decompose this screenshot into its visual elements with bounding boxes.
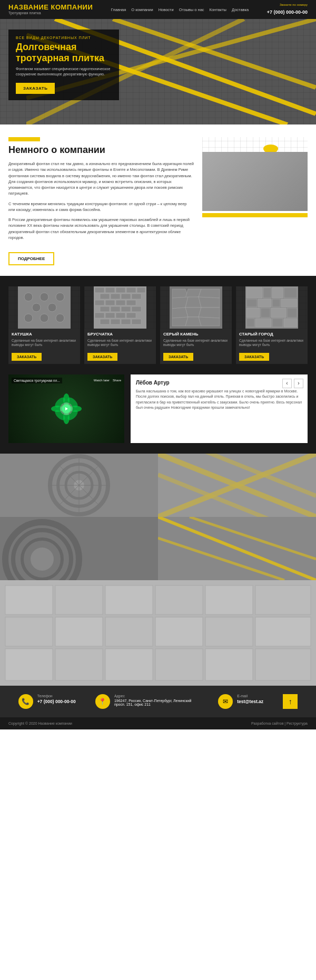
review-navigation: ‹ › <box>282 379 303 388</box>
svg-rect-84 <box>272 319 283 327</box>
email-icon: ✉ <box>218 694 233 709</box>
svg-rect-134 <box>255 617 311 646</box>
nav-contacts[interactable]: Контакты <box>210 7 226 12</box>
phone-icon: 📞 <box>18 694 33 709</box>
product-image-2 <box>84 286 156 329</box>
svg-point-25 <box>32 303 41 312</box>
svg-rect-80 <box>271 308 286 318</box>
about-image <box>202 137 308 217</box>
about-section: Немного о компании Декоративный фонтан с… <box>0 124 316 276</box>
svg-rect-126 <box>155 585 203 614</box>
footer-address-value: 196247, Россия, Санкт-Петербург, Ленинск… <box>114 699 199 706</box>
product-image-4 <box>236 286 308 329</box>
main-nav: Главная О компании Новости Отзывы о нас … <box>111 7 249 12</box>
svg-marker-59 <box>199 289 220 298</box>
product-name-1: КАТУШКА <box>12 332 77 337</box>
share-btn[interactable]: Share <box>113 379 121 382</box>
product-desc-2: Сделанные на базе интернет-аналитики выв… <box>87 339 153 348</box>
svg-rect-129 <box>5 617 53 646</box>
logo-name: НАЗВАНИЕ КОМПАНИИ <box>8 4 93 11</box>
review-text: Была наслышана о том, как все красиво ук… <box>136 389 302 411</box>
video-play-button[interactable] <box>60 402 73 415</box>
product-order-btn-4[interactable]: ЗАКАЗАТЬ <box>239 353 269 361</box>
svg-point-22 <box>24 293 33 301</box>
about-para-2: С течением времени менялись традиции кон… <box>8 201 194 213</box>
footer-email-contact: ✉ E-mail test@test.az <box>218 694 263 709</box>
product-order-btn-2[interactable]: ЗАКАЗАТЬ <box>87 353 117 361</box>
svg-rect-40 <box>95 300 104 305</box>
phone-label: Звоните по номеру <box>267 3 308 6</box>
svg-rect-130 <box>55 617 103 646</box>
svg-rect-124 <box>55 585 103 614</box>
products-grid: КАТУШКА Сделанные на базе интернет-анали… <box>8 286 308 364</box>
hero-description: Фонтаном называют специфическое гидротех… <box>16 66 112 77</box>
product-name-4: СТАРЫЙ ГОРОД <box>239 332 304 337</box>
svg-rect-135 <box>5 649 53 680</box>
svg-marker-62 <box>199 297 220 308</box>
svg-rect-20 <box>271 173 276 185</box>
svg-rect-81 <box>287 308 297 318</box>
svg-rect-139 <box>205 649 253 680</box>
product-card-4: СТАРЫЙ ГОРОД Сделанные на базе интернет-… <box>236 286 308 364</box>
svg-rect-133 <box>205 617 253 646</box>
svg-rect-77 <box>281 299 297 307</box>
about-para-3: В России декоративные фонтаны появились … <box>8 217 194 241</box>
svg-rect-42 <box>116 300 125 305</box>
product-name-3: СЕРЫЙ КАМЕНЬ <box>163 332 229 337</box>
svg-rect-32 <box>105 287 115 293</box>
product-image-1 <box>8 286 80 329</box>
footer-links: Разработка сайтов | Реструктура <box>251 722 308 725</box>
logo: НАЗВАНИЕ КОМПАНИИ Тротуарная плитка <box>8 4 93 15</box>
svg-rect-55 <box>132 319 141 324</box>
svg-rect-33 <box>116 287 125 293</box>
svg-point-23 <box>40 293 48 301</box>
svg-rect-47 <box>132 306 141 312</box>
svg-line-17 <box>252 164 263 174</box>
product-desc-3: Сделанные на базе интернет-аналитики выв… <box>163 339 229 348</box>
nav-news[interactable]: Новости <box>159 7 174 12</box>
svg-rect-85 <box>284 319 297 327</box>
nav-delivery[interactable]: Доставка <box>232 7 249 12</box>
hero-order-button[interactable]: ЗАКАЗАТЬ <box>16 83 55 94</box>
footer-email-text: E-mail test@test.az <box>237 694 263 704</box>
svg-rect-70 <box>246 287 262 298</box>
svg-rect-75 <box>258 299 271 307</box>
footer-address-contact: 📍 Адрес 196247, Россия, Санкт-Петербург,… <box>95 694 199 709</box>
svg-rect-38 <box>121 294 131 299</box>
footer-phone-label: Телефон <box>37 694 76 698</box>
nav-reviews[interactable]: Отзывы о нас <box>179 7 204 12</box>
nav-home[interactable]: Главная <box>111 7 126 12</box>
svg-rect-31 <box>95 287 104 293</box>
nav-about[interactable]: О компании <box>131 7 153 12</box>
about-more-button[interactable]: ПОДРОБНЕЕ <box>8 252 54 265</box>
product-card-1: КАТУШКА Сделанные на базе интернет-анали… <box>8 286 80 364</box>
video-controls: Светящаяся тротуарная пл... Watch later … <box>12 378 121 383</box>
svg-rect-138 <box>155 649 203 680</box>
footer-link-2[interactable]: Реструктура <box>287 722 308 725</box>
svg-point-116 <box>31 547 54 571</box>
logo-text-white: НАЗВАНИЕ <box>8 3 51 11</box>
svg-rect-51 <box>126 313 136 318</box>
video-actions: Watch later Share <box>94 379 121 382</box>
watch-later-btn[interactable]: Watch later <box>94 379 110 382</box>
review-next-button[interactable]: › <box>294 379 303 388</box>
svg-rect-127 <box>205 585 253 614</box>
svg-rect-72 <box>272 287 283 298</box>
hero-section: ВСЕ ВИДЫ ДЕКОРАТИВНЫХ ПЛИТ Долговечная т… <box>0 19 316 124</box>
scroll-to-top-button[interactable]: ↑ <box>283 694 298 709</box>
svg-rect-52 <box>100 319 110 324</box>
product-desc-4: Сделанные на базе интернет-аналитики выв… <box>239 339 304 348</box>
footer-link-1[interactable]: Разработка сайтов <box>251 722 283 725</box>
about-para-1: Декоративный фонтан стал не так давно, а… <box>8 161 194 197</box>
review-block: ‹ › Лёбов Артур Была наслышана о том, ка… <box>131 374 308 443</box>
svg-marker-65 <box>199 308 220 318</box>
product-order-btn-1[interactable]: ЗАКАЗАТЬ <box>12 353 42 361</box>
svg-rect-79 <box>261 308 270 318</box>
review-prev-button[interactable]: ‹ <box>282 379 292 388</box>
product-order-btn-3[interactable]: ЗАКАЗАТЬ <box>163 353 193 361</box>
svg-rect-53 <box>111 319 120 324</box>
svg-rect-71 <box>263 287 271 298</box>
svg-rect-123 <box>5 585 53 614</box>
svg-rect-76 <box>272 299 280 307</box>
video-block: Светящаяся тротуарная пл... Watch later … <box>8 374 124 443</box>
